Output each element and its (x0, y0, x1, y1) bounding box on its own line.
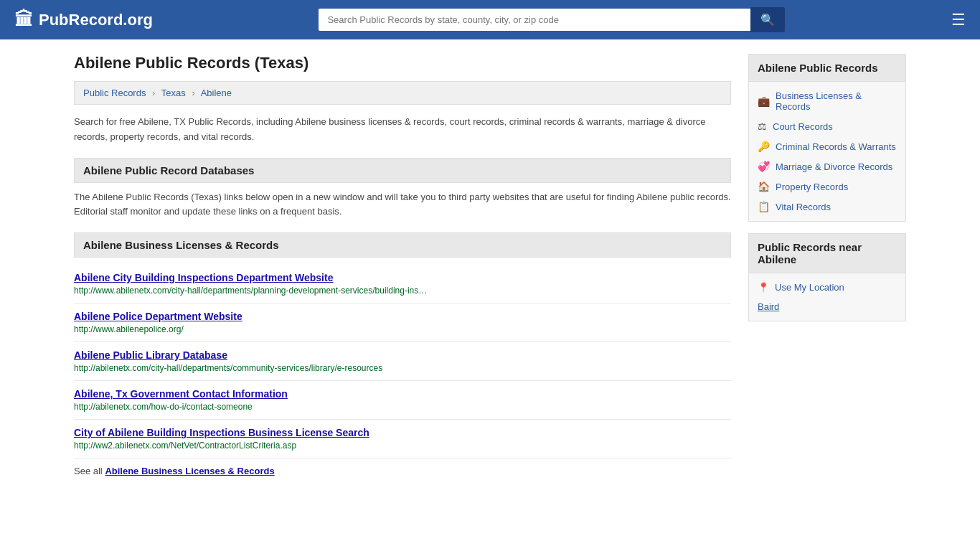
breadcrumb-abilene[interactable]: Abilene (201, 88, 232, 98)
sidebar-item-icon-4: 🏠 (758, 181, 770, 192)
search-bar: 🔍 (319, 7, 785, 32)
sidebar-item-icon-2: 🔑 (758, 141, 770, 152)
page-title: Abilene Public Records (Texas) (74, 54, 731, 72)
logo[interactable]: 🏛 PubRecord.org (14, 9, 153, 31)
search-button[interactable]: 🔍 (750, 7, 785, 32)
nearby-label-0: Use My Location (775, 282, 844, 293)
sidebar-nearby-items: 📍Use My LocationBaird (749, 273, 905, 321)
nearby-plain-1[interactable]: Baird (749, 297, 905, 316)
record-item: Abilene, Tx Government Contact Informati… (74, 381, 731, 420)
hamburger-icon: ☰ (951, 11, 966, 29)
sidebar-item-3[interactable]: 💞Marriage & Divorce Records (749, 156, 905, 176)
sidebar-item-label-5: Vital Records (776, 202, 831, 212)
record-item: Abilene City Building Inspections Depart… (74, 265, 731, 303)
sidebar-nearby-title: Public Records near Abilene (749, 234, 905, 273)
main-container: Abilene Public Records (Texas) Public Re… (60, 39, 920, 491)
nearby-icon-0: 📍 (758, 282, 769, 293)
record-title-3[interactable]: Abilene, Tx Government Contact Informati… (74, 388, 731, 400)
record-url-4[interactable]: http://ww2.abilenetx.com/NetVet/Contract… (74, 441, 731, 451)
sidebar: Abilene Public Records 💼Business License… (748, 54, 906, 476)
sidebar-item-0[interactable]: 💼Business Licenses & Records (749, 86, 905, 116)
sidebar-item-label-1: Court Records (773, 121, 833, 132)
record-url-2[interactable]: http://abilenetx.com/city-hall/departmen… (74, 363, 731, 373)
sidebar-records-title: Abilene Public Records (749, 55, 905, 82)
sidebar-item-4[interactable]: 🏠Property Records (749, 176, 905, 197)
nearby-item-0[interactable]: 📍Use My Location (749, 278, 905, 297)
logo-icon: 🏛 (14, 9, 33, 31)
see-all-text: See all (74, 466, 103, 476)
business-section-header: Abilene Business Licenses & Records (74, 232, 731, 258)
record-title-0[interactable]: Abilene City Building Inspections Depart… (74, 272, 731, 283)
sidebar-item-icon-1: ⚖ (758, 121, 767, 132)
see-all-section: See all Abilene Business Licenses & Reco… (74, 466, 731, 476)
sidebar-item-label-0: Business Licenses & Records (776, 90, 897, 112)
record-url-0[interactable]: http://www.abilenetx.com/city-hall/depar… (74, 286, 731, 296)
record-title-2[interactable]: Abilene Public Library Database (74, 349, 731, 361)
breadcrumb-sep-1: › (152, 88, 155, 98)
databases-description: The Abilene Public Records (Texas) links… (74, 190, 731, 220)
sidebar-item-5[interactable]: 📋Vital Records (749, 197, 905, 217)
breadcrumb-sep-2: › (192, 88, 194, 98)
records-list: Abilene City Building Inspections Depart… (74, 265, 731, 458)
sidebar-item-icon-5: 📋 (758, 201, 770, 212)
search-input[interactable] (319, 9, 750, 31)
sidebar-item-label-2: Criminal Records & Warrants (776, 141, 896, 152)
sidebar-records-box: Abilene Public Records 💼Business License… (748, 54, 906, 222)
record-title-4[interactable]: City of Abilene Building Inspections Bus… (74, 427, 731, 438)
logo-text: PubRecord.org (39, 11, 153, 29)
record-item: Abilene Police Department Website http:/… (74, 303, 731, 342)
sidebar-item-label-3: Marriage & Divorce Records (776, 161, 892, 172)
record-title-1[interactable]: Abilene Police Department Website (74, 311, 731, 322)
sidebar-item-2[interactable]: 🔑Criminal Records & Warrants (749, 136, 905, 156)
see-all-link[interactable]: Abilene Business Licenses & Records (105, 466, 274, 476)
sidebar-records-items: 💼Business Licenses & Records⚖Court Recor… (749, 82, 905, 221)
record-url-3[interactable]: http://abilenetx.com/how-do-i/contact-so… (74, 402, 731, 412)
sidebar-item-icon-3: 💞 (758, 161, 770, 172)
breadcrumb-texas[interactable]: Texas (161, 88, 186, 98)
breadcrumb-public-records[interactable]: Public Records (83, 88, 146, 98)
hamburger-menu-button[interactable]: ☰ (951, 11, 966, 29)
sidebar-item-1[interactable]: ⚖Court Records (749, 116, 905, 136)
header: 🏛 PubRecord.org 🔍 ☰ (0, 0, 980, 39)
content-area: Abilene Public Records (Texas) Public Re… (74, 54, 731, 476)
record-item: City of Abilene Building Inspections Bus… (74, 420, 731, 458)
breadcrumb: Public Records › Texas › Abilene (74, 81, 731, 105)
databases-section-header: Abilene Public Record Databases (74, 158, 731, 183)
sidebar-nearby-box: Public Records near Abilene 📍Use My Loca… (748, 233, 906, 321)
record-item: Abilene Public Library Database http://a… (74, 342, 731, 381)
sidebar-item-icon-0: 💼 (758, 95, 770, 107)
sidebar-item-label-4: Property Records (776, 182, 848, 192)
search-icon: 🔍 (760, 14, 775, 26)
record-url-1[interactable]: http://www.abilenepolice.org/ (74, 324, 731, 334)
page-description: Search for free Abilene, TX Public Recor… (74, 115, 731, 145)
